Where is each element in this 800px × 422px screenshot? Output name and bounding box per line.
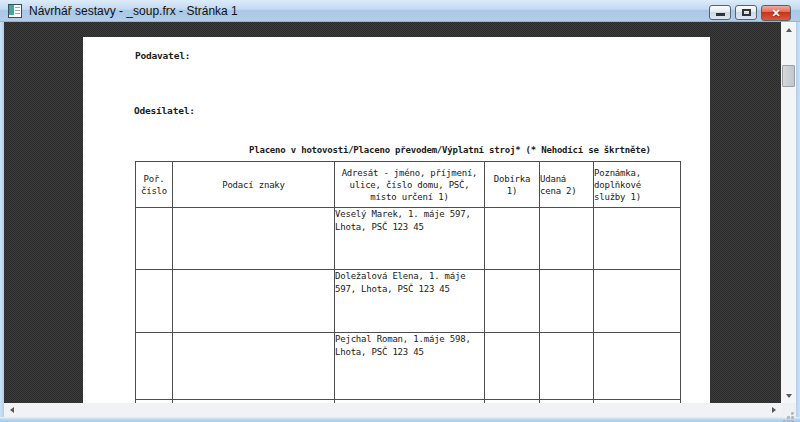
report-page: Podavatel: Odesílatel: Placeno v hotovos… xyxy=(83,37,710,403)
horizontal-scrollbar[interactable] xyxy=(4,403,781,417)
podavatel-label: Podavatel: xyxy=(135,50,190,61)
header-dobirka: Dobírka 1) xyxy=(485,162,540,208)
close-icon: ✕ xyxy=(762,6,790,20)
table-row: Pejchal Roman, 1.máje 598, Lhota, PSČ 12… xyxy=(136,333,681,400)
titlebar[interactable]: Návrhář sestavy - _soup.frx - Stránka 1 … xyxy=(0,0,800,22)
odesilatel-label: Odesílatel: xyxy=(134,105,195,116)
header-adresat: Adresát - jméno, příjmení, ulice, číslo … xyxy=(335,162,485,208)
window-title: Návrhář sestavy - _soup.frx - Stránka 1 xyxy=(29,4,238,18)
window-controls: ✕ xyxy=(709,5,791,21)
header-podaci-znaky: Podací znaky xyxy=(173,162,335,208)
report-designer-window: Návrhář sestavy - _soup.frx - Stránka 1 … xyxy=(0,0,800,422)
arrow-up-icon xyxy=(786,28,792,32)
submission-table: Poř. číslo Podací znaky Adresát - jméno,… xyxy=(135,161,681,403)
maximize-icon xyxy=(742,9,751,16)
address-cell: Veselý Marek, 1. máje 597, Lhota, PSČ 12… xyxy=(335,208,485,270)
resize-grip[interactable] xyxy=(781,403,796,417)
table-header-row: Poř. číslo Podací znaky Adresát - jméno,… xyxy=(136,162,681,208)
vertical-scroll-thumb[interactable] xyxy=(782,65,795,87)
table-row: Veselý Marek, 1. máje 597, Lhota, PSČ 12… xyxy=(136,208,681,270)
minimize-icon xyxy=(716,13,725,16)
arrow-right-icon xyxy=(772,407,776,413)
header-poznamka: Poznámka, doplňkové služby 1) xyxy=(594,162,681,208)
header-por-cislo: Poř. číslo xyxy=(136,162,173,208)
resize-grip-icon xyxy=(793,414,794,415)
arrow-down-icon xyxy=(786,394,792,398)
close-button[interactable]: ✕ xyxy=(761,5,791,21)
vertical-scrollbar[interactable] xyxy=(781,22,796,403)
header-udana-cena: Udaná cena 2) xyxy=(540,162,594,208)
table-caption: Placeno v hotovosti/Placeno převodem/Výp… xyxy=(249,145,651,155)
table-row: Doležalová Elena, 1. máje 597, Lhota, PS… xyxy=(136,270,681,333)
preview-background: Podavatel: Odesílatel: Placeno v hotovos… xyxy=(4,22,781,403)
report-form-icon xyxy=(8,4,22,18)
window-border-right xyxy=(796,22,800,417)
address-cell: Pejchal Roman, 1.máje 598, Lhota, PSČ 12… xyxy=(335,333,485,400)
scroll-down-button[interactable] xyxy=(781,388,796,403)
maximize-button[interactable] xyxy=(735,5,757,20)
scroll-up-button[interactable] xyxy=(781,22,796,37)
address-cell: Doležalová Elena, 1. máje 597, Lhota, PS… xyxy=(335,270,485,333)
scroll-left-button[interactable] xyxy=(4,403,19,417)
arrow-left-icon xyxy=(10,407,14,413)
minimize-button[interactable] xyxy=(709,5,731,20)
window-border-bottom xyxy=(0,417,800,422)
scroll-right-button[interactable] xyxy=(766,403,781,417)
